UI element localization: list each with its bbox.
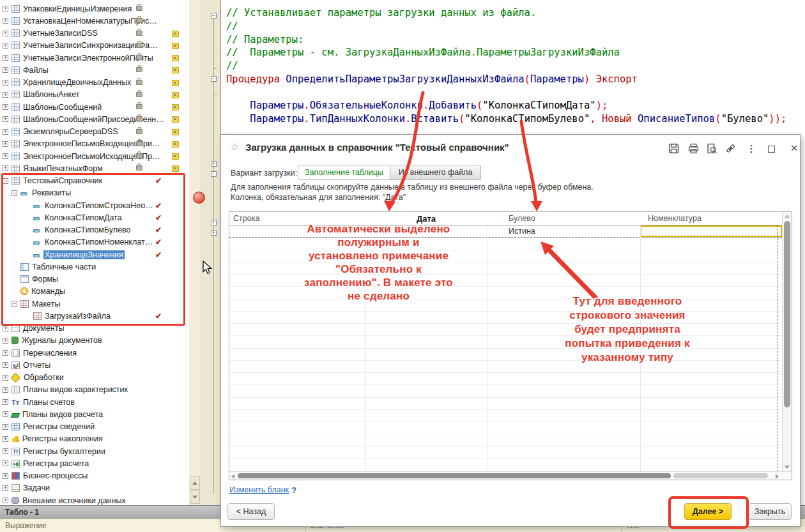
tree-item-ЭлектронноеПисьмоИсходящееПр…[interactable]: +ЭлектронноеПисьмоИсходящееПр… [0,150,189,162]
table-row[interactable] [229,373,782,385]
expand-icon[interactable]: + [3,6,8,11]
code-line[interactable]: // Параметры: [226,34,805,47]
scroll-down-button[interactable] [190,490,200,504]
expand-icon[interactable]: + [3,43,8,49]
tree-item-Регистры сведений[interactable]: +Регистры сведений [0,421,189,433]
expand-icon[interactable]: + [3,67,8,73]
tree-item-УпаковкиЕдиницыИзмерения[interactable]: +УпаковкиЕдиницыИзмерения [0,3,189,15]
tab-fill-table[interactable]: Заполнение таблицы [298,165,390,180]
expand-icon[interactable]: + [3,448,8,454]
expand-icon[interactable]: + [3,141,8,147]
more-icon[interactable]: ⋮ [746,143,757,155]
tree-item-ХранилищеДвоичныхДанных[interactable]: +ХранилищеДвоичныхДанных [0,77,189,89]
scroll-thumb[interactable] [784,221,790,407]
tree-item-ШаблоныАнкет[interactable]: +ШаблоныАнкет [0,89,189,101]
tree-item-Планы видов расчета[interactable]: +Планы видов расчета [0,408,189,420]
table-row[interactable] [229,434,782,446]
vertical-scrollbar[interactable] [782,212,792,471]
code-line[interactable]: // Параметры - см. ЗагрузкаДанныхИзФайла… [226,47,805,60]
expand-icon[interactable]: + [3,116,8,122]
expand-icon[interactable]: + [3,31,8,36]
code-line[interactable] [226,87,805,100]
code-line[interactable]: Параметры.ОбязательныеКолонки.Добавить("… [226,100,805,113]
tree-item-УчетныеЗаписиЭлектроннойПочты[interactable]: +УчетныеЗаписиЭлектроннойПочты [0,52,189,64]
fold-expand-icon[interactable]: + [211,161,217,167]
table-row[interactable] [229,447,782,459]
table-row[interactable] [229,398,782,410]
tree-item-Регистры накопления[interactable]: +Регистры накопления [0,433,189,445]
tree-item-Файлы[interactable]: +Файлы [0,64,189,76]
expand-icon[interactable]: + [3,153,8,159]
column-header-Номенклатура[interactable]: Номенклатура [640,212,782,225]
table-row[interactable] [229,410,782,422]
tree-item-УстановкаЦенНоменклатурыПрис…[interactable]: +УстановкаЦенНоменклатурыПрис… [0,15,189,27]
expand-icon[interactable]: + [3,362,8,368]
expand-icon[interactable]: + [3,129,8,135]
tab-external-file[interactable]: Из внешнего файла [390,165,481,180]
column-header-Булево[interactable]: Булево [487,212,640,225]
code-line[interactable]: Параметры.ТипДанныхКолонки.Вставить("Кол… [226,113,805,126]
code-line[interactable]: // Устанавливает параметры загрузки данн… [226,7,805,20]
print-icon[interactable] [688,143,700,155]
favorite-star-icon[interactable]: ☆ [230,141,239,153]
tree-item-Журналы документов[interactable]: +Журналы документов [0,335,189,347]
tree-item-Бизнес-процессы[interactable]: +Бизнес-процессы [0,470,189,482]
tree-item-Обработки[interactable]: +Обработки [0,372,189,384]
tree-scrollbar[interactable] [189,0,201,505]
expand-icon[interactable]: + [3,350,8,356]
tree-item-Отчеты[interactable]: +Отчеты [0,359,189,371]
table-cell[interactable]: Истина [487,225,640,237]
help-link[interactable]: ? [291,485,296,495]
save-icon[interactable] [668,143,680,155]
tree-item-ЭкземплярыСервераDSS[interactable]: +ЭкземплярыСервераDSS [0,126,189,138]
expand-icon[interactable]: + [3,399,8,405]
fold-expand-icon[interactable]: + [211,220,217,225]
breakpoint-marker[interactable] [193,192,205,204]
expand-icon[interactable]: + [3,485,8,491]
expand-icon[interactable]: + [3,18,8,24]
scroll-thumb[interactable] [238,473,671,478]
scroll-up-button[interactable] [190,476,200,490]
maximize-icon[interactable] [768,146,775,153]
expand-icon[interactable]: + [3,436,8,442]
fold-collapse-icon[interactable]: − [211,13,217,19]
expand-icon[interactable]: + [3,473,8,479]
scroll-track[interactable] [673,473,768,478]
expand-icon[interactable]: + [3,460,8,466]
table-row[interactable] [229,422,782,434]
fold-collapse-icon[interactable]: − [211,76,217,82]
expand-icon[interactable]: + [3,498,8,503]
fold-expand-icon[interactable]: + [211,230,217,236]
table-row[interactable] [229,385,782,397]
tree-item-Планы видов характеристик[interactable]: +Планы видов характеристик [0,384,189,396]
expand-icon[interactable]: + [3,80,8,86]
fold-collapse-icon[interactable]: − [211,171,217,177]
tree-item-ШаблоныСообщений[interactable]: +ШаблоныСообщений [0,101,189,113]
expand-icon[interactable]: + [3,338,8,344]
tree-item-Задачи[interactable]: +Задачи [0,482,189,494]
tree-item-Регистры расчета[interactable]: +Регистры расчета [0,457,189,469]
horizontal-scrollbar[interactable] [229,471,792,480]
code-line[interactable]: // [226,20,805,34]
expand-icon[interactable]: + [3,165,8,171]
tree-item-УчетныеЗаписиDSS[interactable]: +УчетныеЗаписиDSS [0,27,189,40]
close-button[interactable]: Закрыть [748,503,792,520]
tree-item-Планы счетов[interactable]: +Планы счетов [0,396,189,408]
table-row[interactable] [229,459,782,471]
close-icon[interactable]: × [788,143,800,155]
preview-icon[interactable] [707,143,718,155]
tree-item-ШаблоныСообщенийПрисоединенн…[interactable]: +ШаблоныСообщенийПрисоединенн… [0,113,189,125]
expand-icon[interactable]: + [3,326,8,331]
expand-icon[interactable]: + [3,55,8,61]
expand-icon[interactable]: + [3,424,8,430]
tree-item-Перечисления[interactable]: +Перечисления [0,347,189,359]
tree-item-ЭлектронноеПисьмоВходящееПри…[interactable]: +ЭлектронноеПисьмоВходящееПри… [0,138,189,150]
link-icon[interactable] [725,143,737,155]
tree-item-Регистры бухгалтерии[interactable]: +Регистры бухгалтерии [0,445,189,457]
expand-icon[interactable]: + [3,104,8,110]
active-cell[interactable] [640,225,782,237]
expand-icon[interactable]: + [3,411,8,417]
tree-item-УчетныеЗаписиСинхронизацииФа…[interactable]: +УчетныеЗаписиСинхронизацииФа… [0,40,189,52]
code-line[interactable]: Процедура ОпределитьПараметрыЗагрузкиДан… [226,73,805,87]
expand-icon[interactable]: + [3,92,8,98]
